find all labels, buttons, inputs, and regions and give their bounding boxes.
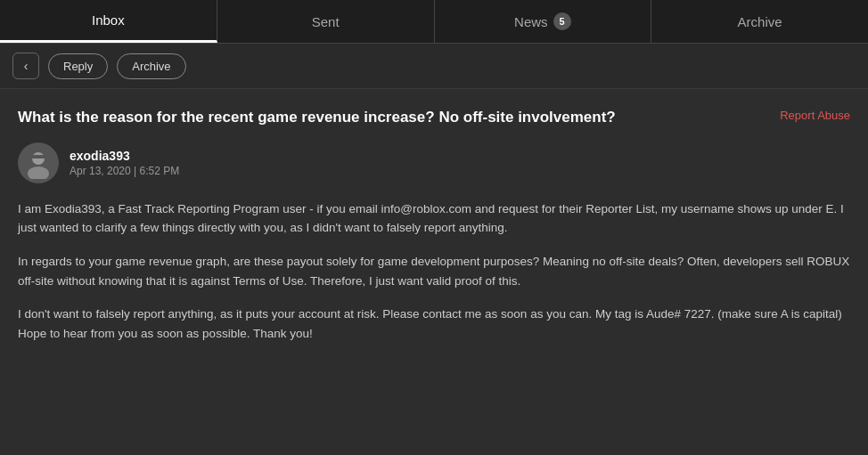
sender-row: exodia393 Apr 13, 2020 | 6:52 PM bbox=[18, 142, 850, 183]
message-paragraph-1: I am Exodia393, a Fast Track Reporting P… bbox=[18, 199, 850, 238]
tab-archive-label: Archive bbox=[738, 14, 782, 29]
back-icon: ‹ bbox=[24, 59, 29, 73]
tab-archive[interactable]: Archive bbox=[651, 0, 868, 43]
reply-button[interactable]: Reply bbox=[48, 53, 108, 79]
app-container: Inbox Sent News 5 Archive ‹ Reply Archiv… bbox=[0, 0, 868, 455]
message-paragraph-3: I don't want to falsely report anything,… bbox=[18, 305, 850, 343]
action-bar: ‹ Reply Archive bbox=[0, 44, 868, 89]
tab-sent[interactable]: Sent bbox=[217, 0, 435, 43]
message-paragraph-2: In regards to your game revenue graph, a… bbox=[18, 252, 850, 290]
tab-bar: Inbox Sent News 5 Archive bbox=[0, 0, 868, 44]
avatar bbox=[18, 142, 59, 183]
report-abuse-link[interactable]: Report Abuse bbox=[780, 109, 850, 122]
sender-name: exodia393 bbox=[70, 149, 179, 163]
tab-inbox[interactable]: Inbox bbox=[0, 0, 217, 43]
archive-button[interactable]: Archive bbox=[117, 53, 185, 79]
message-container: What is the reason for the recent game r… bbox=[0, 89, 868, 455]
sender-info: exodia393 Apr 13, 2020 | 6:52 PM bbox=[70, 149, 179, 177]
svg-point-1 bbox=[28, 167, 49, 179]
tab-news-label: News bbox=[514, 14, 548, 29]
message-header: What is the reason for the recent game r… bbox=[18, 107, 850, 128]
tab-inbox-label: Inbox bbox=[92, 12, 125, 28]
sender-date: Apr 13, 2020 | 6:52 PM bbox=[70, 165, 179, 177]
tab-news[interactable]: News 5 bbox=[435, 0, 652, 43]
message-body: I am Exodia393, a Fast Track Reporting P… bbox=[18, 199, 850, 344]
back-button[interactable]: ‹ bbox=[12, 53, 39, 79]
message-title: What is the reason for the recent game r… bbox=[18, 107, 616, 128]
svg-rect-3 bbox=[29, 157, 47, 158]
news-badge: 5 bbox=[553, 12, 571, 30]
tab-sent-label: Sent bbox=[312, 14, 340, 29]
